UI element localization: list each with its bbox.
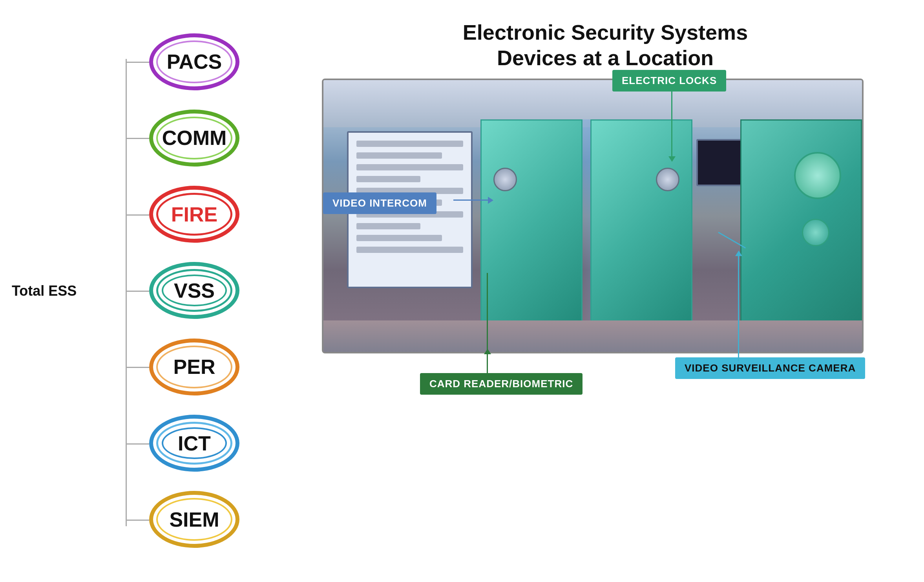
- arrow-video-intercom: [453, 199, 489, 201]
- screen-line-9: [356, 235, 442, 241]
- badge-pacs: PACS: [149, 33, 239, 90]
- line-card-reader: [487, 273, 488, 355]
- badge-vss-label: VSS: [174, 279, 215, 302]
- arrow-electric-locks: [671, 90, 672, 157]
- badge-fire: FIRE: [149, 186, 239, 243]
- badge-fire-label: FIRE: [171, 203, 217, 226]
- scene-floor: [323, 320, 862, 352]
- label-video-surveillance: VIDEO SURVEILLANCE CAMERA: [675, 357, 865, 379]
- ess-tree: PACS COMM FIRE VSS PER: [79, 24, 298, 558]
- badge-siem-label: SIEM: [169, 508, 219, 531]
- left-panel: Total ESS PACS COMM FIRE VSS: [0, 0, 298, 582]
- tree-item-siem: SIEM: [79, 481, 298, 558]
- label-electric-locks: ELECTRIC LOCKS: [612, 70, 726, 92]
- tree-item-fire: FIRE: [79, 176, 298, 253]
- door-circle-left: [493, 168, 517, 191]
- badge-comm-label: COMM: [162, 126, 227, 150]
- right-teal-area: [740, 119, 862, 335]
- door-right: [590, 119, 692, 335]
- screen-line-1: [356, 141, 463, 147]
- arrow-card-reader: [487, 353, 488, 377]
- badge-vss: VSS: [149, 262, 239, 319]
- teal-circle-large: [794, 152, 841, 199]
- arrow-video-surveillance: [738, 255, 739, 361]
- total-ess-label: Total ESS: [12, 283, 77, 299]
- screen-line-2: [356, 152, 442, 159]
- badge-per-label: PER: [173, 355, 215, 379]
- screen-line-10: [356, 247, 463, 253]
- badge-siem: SIEM: [149, 491, 239, 548]
- badge-per: PER: [149, 339, 239, 395]
- right-panel: Electronic Security Systems Devices at a…: [287, 0, 924, 582]
- tree-item-pacs: PACS: [79, 24, 298, 100]
- title-line2: Devices at a Location: [497, 46, 714, 70]
- tree-item-vss: VSS: [79, 253, 298, 329]
- screen-line-3: [356, 164, 463, 170]
- main-title: Electronic Security Systems Devices at a…: [287, 20, 924, 71]
- label-video-intercom: VIDEO INTERCOM: [323, 192, 436, 214]
- screen-line-4: [356, 176, 420, 182]
- tree-item-per: PER: [79, 329, 298, 405]
- scene-container: [322, 79, 864, 353]
- tree-item-ict: ICT: [79, 405, 298, 481]
- badge-ict: ICT: [149, 415, 239, 472]
- badge-comm: COMM: [149, 110, 239, 167]
- teal-circle-small: [802, 219, 829, 246]
- title-line1: Electronic Security Systems: [463, 20, 748, 44]
- badge-pacs-label: PACS: [167, 50, 222, 73]
- label-card-reader: CARD READER/BIOMETRIC: [420, 373, 583, 395]
- screen-line-8: [356, 223, 420, 229]
- door-circle-right: [656, 168, 679, 191]
- tree-item-comm: COMM: [79, 100, 298, 176]
- door-left: [480, 119, 583, 335]
- badge-ict-label: ICT: [178, 432, 211, 455]
